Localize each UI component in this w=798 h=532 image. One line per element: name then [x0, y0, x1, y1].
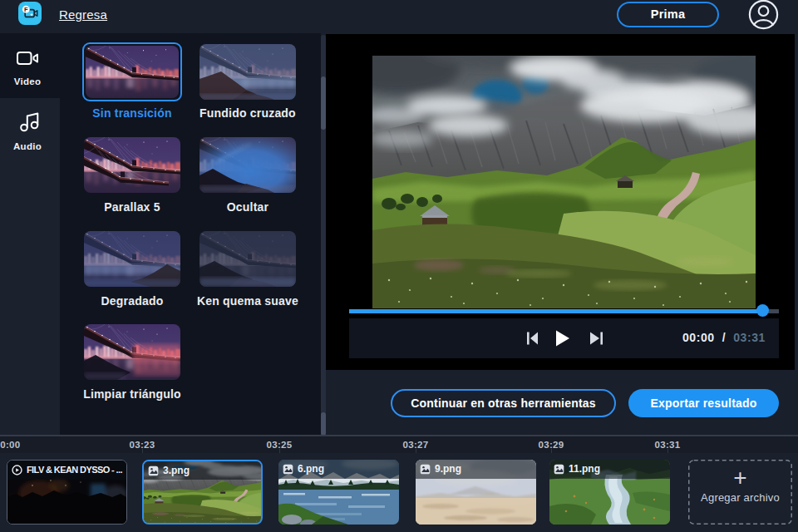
svg-text:F: F	[24, 6, 28, 13]
